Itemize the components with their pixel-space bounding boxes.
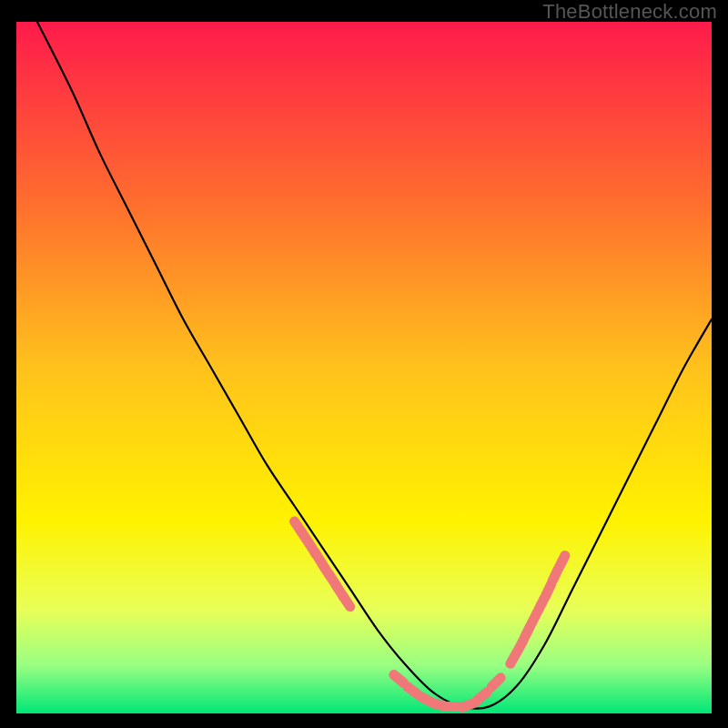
marker-pill: [545, 584, 551, 596]
marker-pill: [477, 693, 487, 701]
marker-pill: [408, 687, 418, 694]
marker-pill: [560, 556, 565, 568]
chart-plot-area: [16, 22, 712, 713]
chart-svg: [16, 22, 712, 713]
frame: TheBottleneck.com: [0, 0, 728, 728]
marker-pill: [491, 678, 500, 687]
marker-pill: [394, 674, 404, 682]
watermark-text: TheBottleneck.com: [542, 0, 717, 24]
marker-pill: [462, 703, 474, 707]
marker-pill: [343, 596, 350, 607]
